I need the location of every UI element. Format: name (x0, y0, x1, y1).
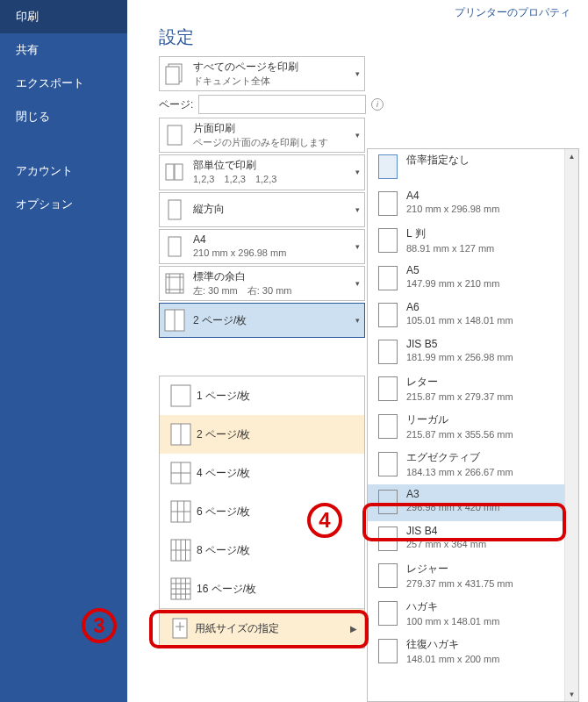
setting-primary: 部単位で印刷 (193, 158, 347, 173)
paper-size-name: ハガキ (406, 599, 559, 614)
sidebar-item-1[interactable]: 共有 (0, 33, 127, 67)
setting-page-blank[interactable]: A4210 mm x 296.98 mm▾ (159, 229, 365, 264)
paper-size-name: JIS B4 (406, 525, 559, 537)
pages-input[interactable] (198, 95, 366, 114)
paper-size-option[interactable]: A6105.01 mm x 148.01 mm (368, 297, 564, 334)
paper-size-dim: 215.87 mm x 355.56 mm (406, 429, 559, 440)
paper-size-name: レター (406, 375, 559, 390)
scale-icon (165, 616, 195, 641)
setting-secondary: 1,2,3 1,2,3 1,2,3 (193, 173, 347, 186)
pps16-icon (165, 577, 197, 601)
paper-size-option[interactable]: L 判88.91 mm x 127 mm (368, 223, 564, 261)
sheet-icon (378, 639, 398, 663)
scrollbar[interactable]: ▲ ▼ (564, 149, 578, 701)
setting-pages-all[interactable]: すべてのページを印刷ドキュメント全体▾ (159, 56, 365, 91)
setting-pps2[interactable]: 2 ページ/枚▾ (159, 303, 365, 338)
pps-option-label: 4 ページ/枚 (197, 466, 250, 481)
setting-page-single[interactable]: 片面印刷ページの片面のみを印刷します▾ (159, 118, 365, 153)
paper-size-name: L 判 (406, 226, 559, 241)
svg-rect-3 (166, 164, 174, 180)
pps2-icon (165, 422, 197, 447)
paper-size-dim: 296.98 mm x 420 mm (406, 502, 559, 512)
chevron-down-icon: ▾ (350, 205, 364, 214)
paper-size-option[interactable]: 倍率指定なし (368, 149, 564, 186)
sidebar-item-6[interactable]: オプション (0, 188, 127, 221)
paper-size-name: A4 (406, 190, 559, 202)
paper-size-submenu-trigger[interactable]: 用紙サイズの指定▶ (160, 608, 364, 648)
paper-size-option[interactable]: A5147.99 mm x 210 mm (368, 261, 564, 297)
chevron-down-icon: ▾ (350, 69, 364, 78)
paper-size-dim: 100 mm x 148.01 mm (406, 616, 559, 627)
pps-option-label: 16 ページ/枚 (197, 582, 256, 597)
paper-size-dim: 105.01 mm x 148.01 mm (406, 315, 559, 326)
sheet-icon (378, 191, 398, 216)
paper-size-dim: 88.91 mm x 127 mm (406, 243, 559, 254)
sheet-icon (378, 563, 398, 588)
pps-option-2[interactable]: 2 ページ/枚 (160, 415, 364, 454)
scroll-down-arrow-icon[interactable]: ▼ (565, 687, 578, 701)
page-blank-icon (160, 234, 190, 259)
setting-primary: 2 ページ/枚 (193, 313, 347, 328)
pps4-icon (165, 461, 197, 485)
paper-size-option[interactable]: ハガキ100 mm x 148.01 mm (368, 596, 564, 634)
svg-rect-4 (175, 164, 183, 180)
pps1-icon (165, 383, 197, 408)
paper-size-option[interactable]: エグゼクティブ184.13 mm x 266.67 mm (368, 447, 564, 484)
setting-margins[interactable]: 標準の余白左: 30 mm 右: 30 mm▾ (159, 266, 365, 301)
paper-size-name: JIS B5 (406, 338, 559, 350)
paper-size-name: レジャー (406, 562, 559, 577)
paper-size-option[interactable]: 往復ハガキ148.01 mm x 200 mm (368, 634, 564, 671)
chevron-down-icon: ▾ (350, 131, 364, 140)
svg-rect-2 (168, 125, 182, 145)
sidebar-item-5[interactable]: アカウント (0, 154, 127, 188)
sheet-icon (378, 526, 398, 551)
sidebar-item-3[interactable]: 閉じる (0, 100, 127, 133)
pages-all-icon (160, 61, 190, 86)
svg-rect-5 (169, 200, 181, 219)
sidebar-item-0[interactable]: 印刷 (0, 0, 127, 33)
paper-size-menu: 倍率指定なしA4210 mm x 296.98 mmL 判88.91 mm x … (367, 148, 579, 702)
sidebar-item-label: エクスポート (16, 76, 84, 90)
sidebar-item-label: アカウント (16, 164, 73, 177)
setting-primary: 片面印刷 (193, 121, 347, 136)
printer-properties-link[interactable]: プリンターのプロパティ (127, 0, 588, 24)
pps6-icon (165, 499, 197, 524)
sidebar-item-label: 共有 (16, 43, 39, 56)
paper-size-option[interactable]: レター215.87 mm x 279.37 mm (368, 371, 564, 409)
sidebar-item-2[interactable]: エクスポート (0, 67, 127, 100)
pps-option-3[interactable]: 4 ページ/枚 (160, 454, 364, 492)
paper-size-submenu-label: 用紙サイズの指定 (195, 621, 279, 636)
sheet-icon (378, 414, 398, 439)
setting-secondary: 左: 30 mm 右: 30 mm (193, 284, 347, 297)
chevron-down-icon: ▾ (350, 242, 364, 251)
settings-heading: 設定 (127, 24, 588, 54)
setting-collate[interactable]: 部単位で印刷1,2,3 1,2,3 1,2,3▾ (159, 154, 365, 190)
paper-size-option[interactable]: レジャー279.37 mm x 431.75 mm (368, 558, 564, 596)
sidebar-item-label: オプション (16, 197, 73, 211)
pps-option-4[interactable]: 6 ページ/枚 (160, 492, 364, 531)
svg-rect-7 (166, 274, 183, 293)
paper-size-dim: 148.01 mm x 200 mm (406, 654, 559, 664)
pps-option-6[interactable]: 16 ページ/枚 (160, 569, 364, 608)
svg-rect-14 (171, 385, 190, 406)
setting-primary: 縦方向 (193, 202, 347, 217)
paper-size-option[interactable]: A3296.98 mm x 420 mm (368, 484, 564, 521)
info-icon[interactable]: i (371, 98, 384, 111)
paper-size-option[interactable]: リーガル215.87 mm x 355.56 mm (368, 409, 564, 447)
pages-label: ページ: (159, 97, 193, 112)
pages-per-sheet-menu: 1 ページ/枚2 ページ/枚4 ページ/枚6 ページ/枚8 ページ/枚16 ペー… (159, 376, 365, 648)
paper-size-name: 往復ハガキ (406, 637, 559, 652)
paper-size-option[interactable]: A4210 mm x 296.98 mm (368, 186, 564, 223)
pps-option-5[interactable]: 8 ページ/枚 (160, 531, 364, 569)
pps-option-1[interactable]: 1 ページ/枚 (160, 376, 364, 415)
paper-size-dim: 147.99 mm x 210 mm (406, 278, 559, 289)
paper-size-option[interactable]: JIS B4257 mm x 364 mm (368, 521, 564, 558)
setting-primary: A4 (193, 233, 347, 247)
sheet-icon (378, 601, 398, 626)
pps-option-label: 2 ページ/枚 (197, 427, 250, 442)
paper-size-option[interactable]: JIS B5181.99 mm x 256.98 mm (368, 334, 564, 371)
setting-portrait[interactable]: 縦方向▾ (159, 192, 365, 227)
pages-field-row: ページ:i (159, 95, 384, 114)
setting-primary: 標準の余白 (193, 269, 347, 284)
scroll-up-arrow-icon[interactable]: ▲ (565, 149, 578, 163)
